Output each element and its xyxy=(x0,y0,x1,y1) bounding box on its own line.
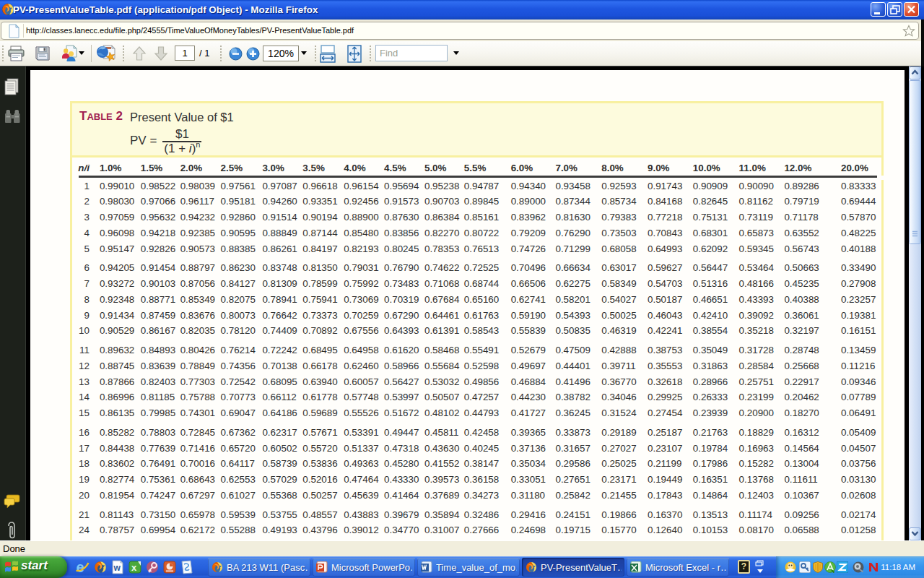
svg-text:x: x xyxy=(131,562,137,573)
svg-text:e: e xyxy=(77,560,84,574)
svg-text:w: w xyxy=(113,563,121,573)
